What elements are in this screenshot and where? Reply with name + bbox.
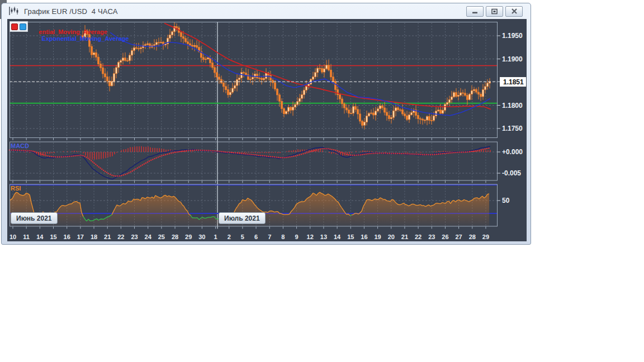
date-axis-label: 24 xyxy=(145,234,152,240)
red-ma-swatch[interactable] xyxy=(11,23,18,30)
rsi-panel-label: RSI xyxy=(11,185,21,192)
date-axis-label: 22 xyxy=(117,234,124,240)
month-label-june: Июнь 2021 xyxy=(11,212,58,224)
date-axis-label: 10 xyxy=(10,234,16,240)
macd-axis-label: -0.005 xyxy=(502,169,521,177)
date-axis-label: 28 xyxy=(172,234,178,240)
price-axis-label: 1.1750 xyxy=(502,125,523,132)
date-axis-label: 6 xyxy=(254,234,258,240)
date-axis-label: 23 xyxy=(428,234,435,240)
indicator-legend-box xyxy=(10,21,28,32)
date-axis-label: 1 xyxy=(214,234,217,240)
window-titlebar[interactable]: График EUR /USD 4 ЧАСА xyxy=(2,3,531,19)
date-axis-label: 2 xyxy=(228,234,231,240)
ma-red-legend-label: ential_Moving_Average xyxy=(39,28,107,35)
rsi-axis-label: 50 xyxy=(502,197,510,204)
date-axis-label: 18 xyxy=(91,234,97,240)
date-axis-label: 5 xyxy=(241,234,244,240)
macd-axis-label: +0.000 xyxy=(502,148,523,156)
minimize-icon xyxy=(471,9,479,14)
price-chart-canvas[interactable]: 1.19501.19001.18001.1750+0.000-0.0055010… xyxy=(7,19,527,241)
window-title: График EUR /USD 4 ЧАСА xyxy=(24,7,118,16)
date-axis-label: 16 xyxy=(64,234,70,240)
date-axis-label: 14 xyxy=(36,234,44,240)
close-button[interactable] xyxy=(505,6,523,17)
chart-window: График EUR /USD 4 ЧАСА 1.19 xyxy=(1,3,531,245)
grid-layer xyxy=(10,23,498,226)
minimize-button[interactable] xyxy=(466,6,484,17)
date-axis-label: 16 xyxy=(361,234,367,240)
date-axis-label: 25 xyxy=(158,234,165,240)
panel-borders xyxy=(10,22,498,227)
indicator-legend-labels: ential_Moving_Average Exponential_Moving… xyxy=(29,22,129,49)
restore-button[interactable] xyxy=(486,6,503,17)
date-axis-label: 15 xyxy=(50,234,56,240)
date-axis-label: 21 xyxy=(104,234,111,240)
window-controls xyxy=(466,6,526,17)
date-axis-label: 19 xyxy=(374,234,381,240)
date-axis-label: 11 xyxy=(23,234,30,240)
date-axis-label: 13 xyxy=(320,234,327,240)
date-axis-label: 29 xyxy=(482,234,489,240)
current-price-label: 1.1851 xyxy=(500,77,526,87)
month-label-july: Июль 2021 xyxy=(219,212,266,224)
price-axis-label: 1.1950 xyxy=(502,32,523,40)
date-axis-label: 21 xyxy=(401,234,408,240)
price-axis-label: 1.1800 xyxy=(502,102,523,109)
date-axis-label: 8 xyxy=(281,234,285,240)
date-axis-label: 28 xyxy=(469,234,476,240)
date-axis-label: 15 xyxy=(347,234,354,240)
date-axis-label: 7 xyxy=(268,234,271,240)
level-lines-layer xyxy=(10,66,498,103)
candlestick-chart-icon xyxy=(8,6,20,16)
price-axis-label: 1.1900 xyxy=(502,55,523,63)
close-icon xyxy=(511,8,518,14)
macd-panel-label: MACD xyxy=(11,142,29,149)
blue-ma-swatch[interactable] xyxy=(20,23,26,30)
date-axis-label: 27 xyxy=(455,234,462,240)
date-axis-label: 9 xyxy=(295,234,299,240)
date-axis-label: 29 xyxy=(185,234,192,240)
restore-icon xyxy=(491,8,498,15)
date-axis-label: 23 xyxy=(131,234,138,240)
date-axis-label: 30 xyxy=(198,234,205,240)
chart-client-area: 1.19501.19001.18001.1750+0.000-0.0055010… xyxy=(7,19,527,241)
date-axis-label: 14 xyxy=(334,234,341,240)
date-axis-label: 17 xyxy=(77,234,84,240)
date-axis-label: 12 xyxy=(307,234,314,240)
date-axis-label: 22 xyxy=(415,234,422,240)
ma-blue-legend-label: Exponential_Moving_Average xyxy=(41,35,129,42)
date-axis-label: 26 xyxy=(442,234,448,240)
date-axis-label: 20 xyxy=(388,234,395,240)
